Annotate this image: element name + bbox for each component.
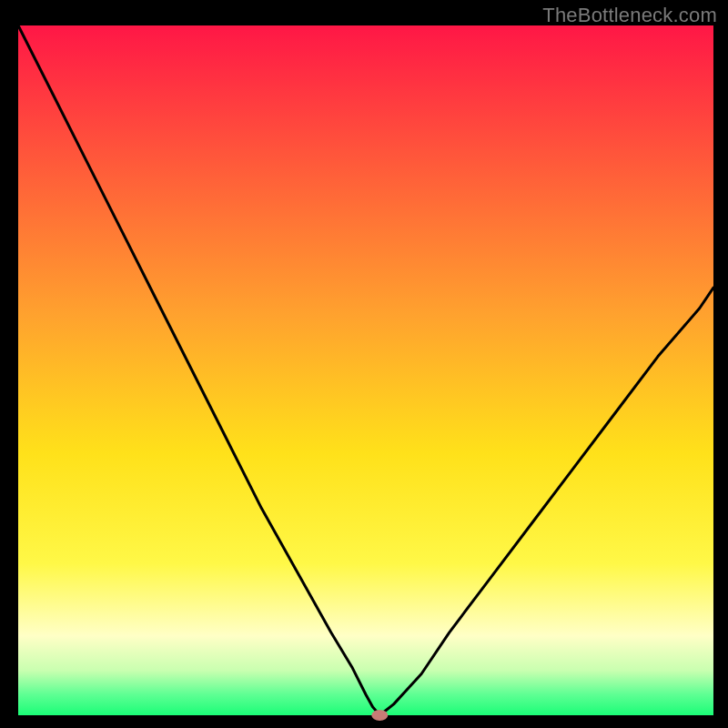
gradient-background <box>18 25 713 715</box>
chart-frame: TheBottleneck.com <box>0 0 728 728</box>
watermark-text: TheBottleneck.com <box>542 4 717 27</box>
bottleneck-chart <box>0 0 728 728</box>
optimal-point-marker <box>371 710 388 721</box>
